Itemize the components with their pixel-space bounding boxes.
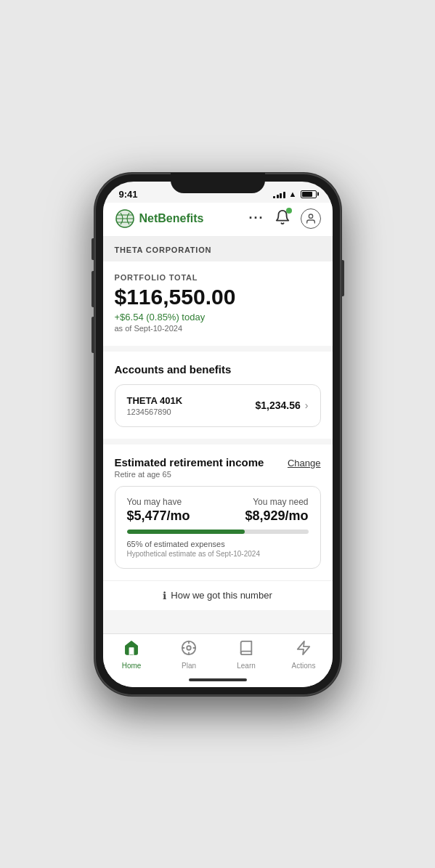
notification-bell-wrapper[interactable]	[275, 209, 290, 228]
change-button[interactable]: Change	[288, 458, 321, 469]
phone-screen: 9:41 ▲	[103, 182, 333, 687]
portfolio-date: as of Sept-10-2024	[115, 324, 321, 333]
income-have-value: $5,477/mo	[127, 508, 190, 524]
learn-icon	[238, 640, 254, 660]
portfolio-section: PORTFOLIO TOTAL $116,550.00 +$6.54 (0.85…	[103, 261, 333, 346]
battery-icon	[301, 190, 317, 198]
info-text: How we got this number	[171, 590, 272, 601]
nav-label-plan: Plan	[182, 662, 196, 670]
info-row[interactable]: ℹ How we got this number	[103, 580, 333, 610]
svg-marker-11	[298, 641, 310, 654]
volume-down-button	[92, 317, 94, 353]
logo-area: NetBenefits	[115, 208, 249, 229]
mute-button	[92, 238, 94, 260]
nav-label-learn: Learn	[237, 662, 256, 670]
account-balance-area: $1,234.56 ›	[256, 399, 309, 411]
status-time: 9:41	[119, 189, 138, 200]
svg-point-4	[309, 214, 312, 218]
account-name: THETA 401K	[127, 395, 183, 406]
portfolio-label: PORTFOLIO TOTAL	[115, 273, 321, 282]
status-icons: ▲	[273, 190, 316, 198]
company-banner: THETA CORPORATION	[103, 237, 333, 261]
actions-icon	[296, 640, 312, 660]
account-number: 1234567890	[127, 407, 183, 416]
wifi-icon: ▲	[289, 190, 297, 198]
user-avatar[interactable]	[301, 208, 321, 229]
nav-item-plan[interactable]: Plan	[160, 640, 218, 670]
portfolio-change: +$6.54 (0.85%) today	[115, 312, 321, 323]
phone-frame: 9:41 ▲	[94, 173, 341, 696]
income-percent-label: 65% of estimated expenses	[127, 540, 309, 548]
account-card[interactable]: THETA 401K 1234567890 $1,234.56 ›	[115, 384, 321, 427]
retirement-section: Estimated retirement income Retire at ag…	[103, 445, 333, 580]
screen-content[interactable]: NetBenefits ···	[103, 203, 333, 633]
home-icon	[123, 640, 139, 660]
bottom-nav: Home Plan	[103, 633, 333, 673]
income-need-value: $8,929/mo	[245, 508, 308, 524]
phone-notch	[171, 173, 265, 193]
accounts-section-title: Accounts and benefits	[115, 363, 321, 376]
accounts-section: Accounts and benefits THETA 401K 1234567…	[103, 352, 333, 439]
person-icon	[305, 213, 317, 224]
home-indicator	[103, 673, 333, 687]
account-balance: $1,234.56	[256, 399, 301, 411]
company-name: THETA CORPORATION	[115, 246, 212, 254]
income-estimate-note: Hypothetical estimate as of Sept-10-2024	[127, 550, 309, 558]
retirement-title: Estimated retirement income	[115, 456, 264, 469]
home-bar	[189, 678, 247, 681]
info-icon: ℹ	[163, 590, 166, 601]
svg-point-6	[187, 646, 191, 650]
notification-dot	[286, 208, 292, 214]
nav-label-home: Home	[122, 662, 142, 670]
plan-icon	[181, 640, 197, 660]
header-actions: ···	[248, 208, 320, 229]
income-have-col: You may have $5,477/mo	[127, 497, 190, 524]
retirement-title-group: Estimated retirement income Retire at ag…	[115, 456, 264, 479]
income-card: You may have $5,477/mo You may need $8,9…	[115, 486, 321, 569]
app-header: NetBenefits ···	[103, 203, 333, 237]
income-need-label: You may need	[245, 497, 308, 507]
nav-item-home[interactable]: Home	[103, 640, 160, 670]
signal-bars-icon	[273, 190, 285, 198]
power-button	[341, 260, 344, 296]
nav-item-learn[interactable]: Learn	[218, 640, 275, 670]
more-options-icon[interactable]: ···	[248, 211, 264, 226]
nav-item-actions[interactable]: Actions	[275, 640, 333, 670]
account-info: THETA 401K 1234567890	[127, 395, 183, 416]
retirement-header: Estimated retirement income Retire at ag…	[115, 456, 321, 479]
income-progress-bar-fill	[127, 530, 245, 534]
netbenefits-logo-icon	[115, 208, 135, 229]
nav-label-actions: Actions	[292, 662, 316, 670]
income-progress-bar-container	[127, 530, 309, 534]
logo-text: NetBenefits	[139, 212, 204, 225]
volume-up-button	[92, 271, 94, 307]
chevron-right-icon: ›	[305, 399, 309, 411]
portfolio-amount: $116,550.00	[115, 285, 321, 309]
income-row: You may have $5,477/mo You may need $8,9…	[127, 497, 309, 524]
income-have-label: You may have	[127, 497, 190, 507]
income-need-col: You may need $8,929/mo	[245, 497, 308, 524]
retirement-subtitle: Retire at age 65	[115, 470, 264, 479]
